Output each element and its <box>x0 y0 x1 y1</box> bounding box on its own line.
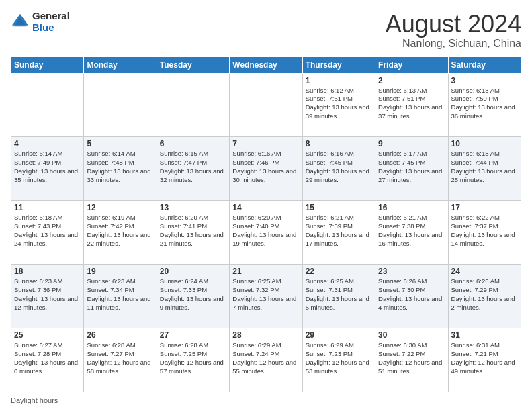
table-cell: 13Sunrise: 6:20 AM Sunset: 7:41 PM Dayli… <box>157 201 229 265</box>
subtitle: Nanlong, Sichuan, China <box>386 38 521 50</box>
weekday-header-saturday: Saturday <box>448 56 521 73</box>
day-info: Sunrise: 6:30 AM Sunset: 7:22 PM Dayligh… <box>378 341 445 375</box>
table-cell: 29Sunrise: 6:29 AM Sunset: 7:23 PM Dayli… <box>302 328 375 392</box>
day-number: 1 <box>306 76 372 85</box>
day-number: 7 <box>232 139 299 148</box>
day-info: Sunrise: 6:15 AM Sunset: 7:47 PM Dayligh… <box>160 150 226 184</box>
table-cell: 7Sunrise: 6:16 AM Sunset: 7:46 PM Daylig… <box>230 137 302 201</box>
day-number: 8 <box>306 139 372 148</box>
week-row-4: 18Sunrise: 6:23 AM Sunset: 7:36 PM Dayli… <box>11 265 521 328</box>
day-number: 18 <box>14 267 81 276</box>
week-row-3: 11Sunrise: 6:18 AM Sunset: 7:43 PM Dayli… <box>11 201 521 265</box>
weekday-header-wednesday: Wednesday <box>230 56 302 73</box>
table-cell: 26Sunrise: 6:28 AM Sunset: 7:27 PM Dayli… <box>84 328 157 392</box>
table-cell: 15Sunrise: 6:21 AM Sunset: 7:39 PM Dayli… <box>302 201 375 265</box>
main-title: August 2024 <box>386 11 521 38</box>
table-cell: 12Sunrise: 6:19 AM Sunset: 7:42 PM Dayli… <box>84 201 157 265</box>
day-number: 3 <box>451 76 518 85</box>
day-number: 19 <box>87 267 153 276</box>
day-number: 14 <box>232 203 299 212</box>
table-cell: 9Sunrise: 6:17 AM Sunset: 7:45 PM Daylig… <box>375 137 448 201</box>
calendar-table: SundayMondayTuesdayWednesdayThursdayFrid… <box>11 56 521 392</box>
table-cell: 31Sunrise: 6:31 AM Sunset: 7:21 PM Dayli… <box>448 328 521 392</box>
day-number: 30 <box>378 330 445 340</box>
table-cell: 5Sunrise: 6:14 AM Sunset: 7:48 PM Daylig… <box>84 137 157 201</box>
day-number: 5 <box>87 139 153 148</box>
table-cell: 14Sunrise: 6:20 AM Sunset: 7:40 PM Dayli… <box>230 201 302 265</box>
table-cell: 3Sunrise: 6:13 AM Sunset: 7:50 PM Daylig… <box>448 73 521 137</box>
table-cell: 19Sunrise: 6:23 AM Sunset: 7:34 PM Dayli… <box>84 265 157 328</box>
day-number: 9 <box>378 139 445 148</box>
table-cell: 10Sunrise: 6:18 AM Sunset: 7:44 PM Dayli… <box>448 137 521 201</box>
weekday-header-thursday: Thursday <box>302 56 375 73</box>
table-cell: 8Sunrise: 6:16 AM Sunset: 7:45 PM Daylig… <box>302 137 375 201</box>
week-row-5: 25Sunrise: 6:27 AM Sunset: 7:28 PM Dayli… <box>11 328 521 392</box>
day-number: 10 <box>451 139 518 148</box>
day-number: 24 <box>451 267 518 276</box>
weekday-header-sunday: Sunday <box>11 56 84 73</box>
day-number: 6 <box>160 139 226 148</box>
table-cell: 28Sunrise: 6:29 AM Sunset: 7:24 PM Dayli… <box>230 328 302 392</box>
day-number: 23 <box>378 267 445 276</box>
day-number: 22 <box>306 267 372 276</box>
table-cell: 21Sunrise: 6:25 AM Sunset: 7:32 PM Dayli… <box>230 265 302 328</box>
header: General Blue August 2024 Nanlong, Sichua… <box>11 11 521 50</box>
table-cell: 27Sunrise: 6:28 AM Sunset: 7:25 PM Dayli… <box>157 328 229 392</box>
table-cell <box>157 73 229 137</box>
footer: Daylight hours <box>11 396 521 404</box>
day-info: Sunrise: 6:23 AM Sunset: 7:36 PM Dayligh… <box>14 277 81 312</box>
table-cell: 18Sunrise: 6:23 AM Sunset: 7:36 PM Dayli… <box>11 265 84 328</box>
table-cell: 16Sunrise: 6:21 AM Sunset: 7:38 PM Dayli… <box>375 201 448 265</box>
logo-text: General Blue <box>32 11 70 33</box>
day-info: Sunrise: 6:20 AM Sunset: 7:40 PM Dayligh… <box>232 214 299 248</box>
weekday-header-tuesday: Tuesday <box>157 56 229 73</box>
day-info: Sunrise: 6:26 AM Sunset: 7:30 PM Dayligh… <box>378 277 445 312</box>
day-number: 4 <box>14 139 81 148</box>
day-number: 17 <box>451 203 518 212</box>
table-cell <box>230 73 302 137</box>
calendar-header: SundayMondayTuesdayWednesdayThursdayFrid… <box>11 56 521 73</box>
table-cell: 25Sunrise: 6:27 AM Sunset: 7:28 PM Dayli… <box>11 328 84 392</box>
day-number: 16 <box>378 203 445 212</box>
day-number: 20 <box>160 267 226 276</box>
day-info: Sunrise: 6:29 AM Sunset: 7:23 PM Dayligh… <box>306 341 372 375</box>
table-cell: 4Sunrise: 6:14 AM Sunset: 7:49 PM Daylig… <box>11 137 84 201</box>
day-info: Sunrise: 6:18 AM Sunset: 7:43 PM Dayligh… <box>14 214 81 248</box>
day-info: Sunrise: 6:29 AM Sunset: 7:24 PM Dayligh… <box>232 341 299 375</box>
day-number: 29 <box>306 330 372 340</box>
table-cell: 22Sunrise: 6:25 AM Sunset: 7:31 PM Dayli… <box>302 265 375 328</box>
day-number: 28 <box>232 330 299 340</box>
table-cell: 11Sunrise: 6:18 AM Sunset: 7:43 PM Dayli… <box>11 201 84 265</box>
day-number: 13 <box>160 203 226 212</box>
day-info: Sunrise: 6:16 AM Sunset: 7:46 PM Dayligh… <box>232 150 299 184</box>
weekday-header-monday: Monday <box>84 56 157 73</box>
table-cell: 6Sunrise: 6:15 AM Sunset: 7:47 PM Daylig… <box>157 137 229 201</box>
day-number: 25 <box>14 330 81 340</box>
day-info: Sunrise: 6:26 AM Sunset: 7:29 PM Dayligh… <box>451 277 518 312</box>
table-cell: 17Sunrise: 6:22 AM Sunset: 7:37 PM Dayli… <box>448 201 521 265</box>
table-cell: 30Sunrise: 6:30 AM Sunset: 7:22 PM Dayli… <box>375 328 448 392</box>
day-info: Sunrise: 6:17 AM Sunset: 7:45 PM Dayligh… <box>378 150 445 184</box>
day-info: Sunrise: 6:20 AM Sunset: 7:41 PM Dayligh… <box>160 214 226 248</box>
table-cell: 24Sunrise: 6:26 AM Sunset: 7:29 PM Dayli… <box>448 265 521 328</box>
day-info: Sunrise: 6:23 AM Sunset: 7:34 PM Dayligh… <box>87 277 153 312</box>
day-info: Sunrise: 6:13 AM Sunset: 7:51 PM Dayligh… <box>378 87 445 121</box>
table-cell: 2Sunrise: 6:13 AM Sunset: 7:51 PM Daylig… <box>375 73 448 137</box>
day-info: Sunrise: 6:21 AM Sunset: 7:39 PM Dayligh… <box>306 214 372 248</box>
day-info: Sunrise: 6:25 AM Sunset: 7:32 PM Dayligh… <box>232 277 299 312</box>
day-info: Sunrise: 6:31 AM Sunset: 7:21 PM Dayligh… <box>451 341 518 375</box>
logo-icon <box>11 13 30 32</box>
day-info: Sunrise: 6:14 AM Sunset: 7:49 PM Dayligh… <box>14 150 81 184</box>
day-info: Sunrise: 6:25 AM Sunset: 7:31 PM Dayligh… <box>306 277 372 312</box>
logo-blue: Blue <box>32 22 70 34</box>
day-info: Sunrise: 6:22 AM Sunset: 7:37 PM Dayligh… <box>451 214 518 248</box>
day-info: Sunrise: 6:21 AM Sunset: 7:38 PM Dayligh… <box>378 214 445 248</box>
day-number: 27 <box>160 330 226 340</box>
table-cell <box>11 73 84 137</box>
day-number: 26 <box>87 330 153 340</box>
table-cell <box>84 73 157 137</box>
day-info: Sunrise: 6:14 AM Sunset: 7:48 PM Dayligh… <box>87 150 153 184</box>
day-info: Sunrise: 6:28 AM Sunset: 7:25 PM Dayligh… <box>160 341 226 375</box>
day-number: 12 <box>87 203 153 212</box>
day-info: Sunrise: 6:13 AM Sunset: 7:50 PM Dayligh… <box>451 87 518 121</box>
